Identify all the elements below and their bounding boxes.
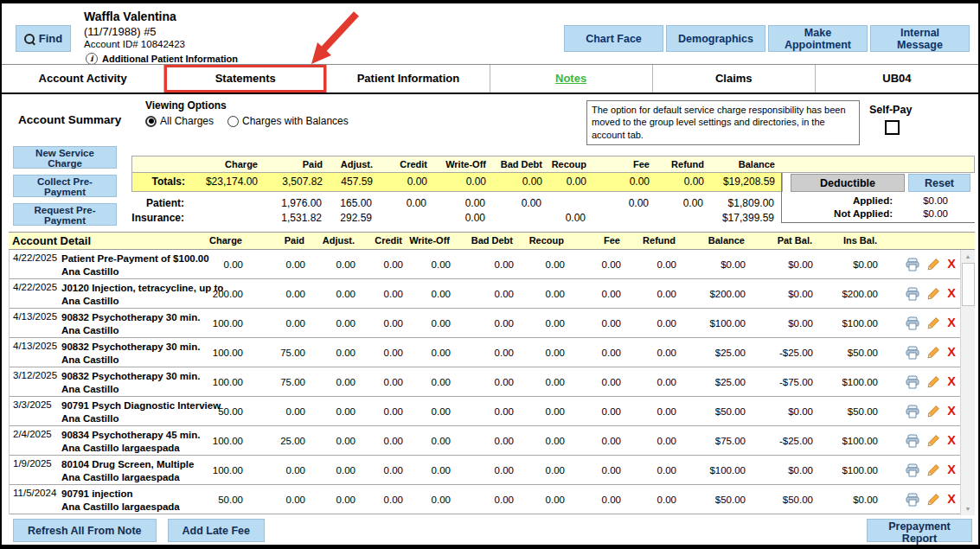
add-late-fee-button[interactable]: Add Late Fee bbox=[168, 519, 266, 542]
print-icon[interactable] bbox=[905, 287, 920, 301]
edit-pencil-icon[interactable] bbox=[927, 287, 940, 300]
print-icon[interactable] bbox=[905, 463, 920, 477]
cell-amount: 0.00 bbox=[311, 259, 361, 270]
delete-icon[interactable]: X bbox=[947, 405, 956, 418]
service-description: 80104 Drug Screen, Multiple bbox=[61, 458, 198, 471]
radio-option-all-charges[interactable]: All Charges bbox=[145, 115, 214, 127]
cell-amount: 0.00 bbox=[570, 465, 626, 476]
sum-cell: 0.00 bbox=[493, 173, 549, 191]
new-service-charge-button[interactable]: New Service Charge bbox=[13, 146, 117, 169]
provider-name: Ana Castillo largaespada bbox=[61, 442, 198, 455]
prepayment-report-button[interactable]: Prepayment Report bbox=[867, 519, 972, 542]
tab-ub04[interactable]: UB04 bbox=[816, 65, 978, 93]
delete-icon[interactable]: X bbox=[947, 316, 956, 329]
cell-date: 2/4/2025 bbox=[10, 426, 61, 455]
detail-col-refund: Refund bbox=[625, 233, 681, 249]
not-applied-value: $0.00 bbox=[893, 208, 948, 219]
delete-icon[interactable]: X bbox=[947, 258, 956, 271]
cell-amount: 0.00 bbox=[456, 289, 519, 299]
delete-icon[interactable]: X bbox=[947, 463, 956, 476]
detail-col-actions bbox=[882, 233, 960, 249]
row-actions: X bbox=[883, 279, 961, 308]
tab-account-activity[interactable]: Account Activity bbox=[2, 65, 164, 93]
delete-icon[interactable]: X bbox=[947, 375, 956, 388]
delete-icon[interactable]: X bbox=[947, 493, 956, 506]
scroll-up-arrow-icon[interactable]: ▲ bbox=[961, 250, 975, 263]
print-icon[interactable] bbox=[905, 258, 920, 271]
cell-amount: 0.00 bbox=[456, 377, 519, 387]
row-label: Totals: bbox=[132, 173, 189, 191]
sum-cell: 3,507.82 bbox=[265, 173, 330, 191]
delete-icon[interactable]: X bbox=[947, 287, 956, 300]
radio-option-charges-with-balances[interactable]: Charges with Balances bbox=[227, 115, 349, 127]
print-icon[interactable] bbox=[905, 405, 920, 418]
edit-pencil-icon[interactable] bbox=[927, 463, 940, 476]
provider-name: Ana Castillo bbox=[61, 412, 198, 425]
deductible-button[interactable]: Deductible bbox=[791, 174, 905, 192]
cell-amount: $100.00 bbox=[818, 436, 883, 446]
account-detail-header: Account DetailChargePaidAdjust.CreditWri… bbox=[9, 232, 975, 250]
cell-amount: 100.00 bbox=[198, 318, 248, 329]
cell-amount: 0.00 bbox=[248, 259, 311, 270]
print-icon[interactable] bbox=[905, 346, 920, 360]
sum-col-balance: Balance bbox=[711, 156, 782, 172]
nav-button-internal-message[interactable]: Internal Message bbox=[870, 25, 970, 52]
footer-buttons: Refresh All From NoteAdd Late Fee bbox=[13, 519, 265, 542]
print-icon[interactable] bbox=[905, 434, 920, 448]
edit-pencil-icon[interactable] bbox=[927, 434, 940, 447]
nav-button-demographics[interactable]: Demographics bbox=[666, 25, 765, 52]
find-button[interactable]: Find bbox=[16, 25, 71, 52]
cell-amount: $0.00 bbox=[682, 259, 751, 270]
sum-cell bbox=[379, 209, 433, 227]
edit-pencil-icon[interactable] bbox=[927, 375, 940, 388]
detail-col-fee: Fee bbox=[569, 233, 625, 249]
tab-notes[interactable]: Notes bbox=[490, 65, 653, 93]
edit-pencil-icon[interactable] bbox=[927, 316, 940, 329]
table-row: 3/3/202590791 Psych Diagnostic Interview… bbox=[10, 397, 960, 426]
search-icon bbox=[24, 34, 35, 44]
cell-amount: 0.00 bbox=[456, 495, 519, 505]
scroll-down-arrow-icon[interactable]: ▼ bbox=[961, 502, 975, 515]
table-row: 4/22/2025Patient Pre-Payment of $100.00A… bbox=[10, 250, 960, 279]
scrollbar[interactable]: ▲ ▼ bbox=[960, 250, 975, 515]
cell-date: 4/22/2025 bbox=[10, 279, 61, 308]
cell-amount: 0.00 bbox=[519, 495, 570, 505]
cell-amount: 0.00 bbox=[519, 259, 570, 270]
request-pre-payment-button[interactable]: Request Pre-Payment bbox=[13, 203, 117, 226]
nav-button-make-appointment[interactable]: Make Appointment bbox=[768, 25, 868, 52]
sum-col-credit: Credit bbox=[380, 156, 434, 172]
delete-icon[interactable]: X bbox=[947, 434, 956, 447]
red-arrow-annotation bbox=[294, 7, 367, 71]
print-icon[interactable] bbox=[905, 493, 920, 507]
print-icon[interactable] bbox=[905, 375, 920, 389]
edit-pencil-icon[interactable] bbox=[927, 346, 940, 359]
radio-icon bbox=[145, 116, 157, 127]
collect-pre-payment-button[interactable]: Collect Pre-Payment bbox=[13, 175, 117, 197]
edit-pencil-icon[interactable] bbox=[927, 493, 940, 506]
sum-cell: 457.59 bbox=[330, 173, 380, 191]
additional-patient-info-link[interactable]: i Additional Patient Information bbox=[86, 53, 238, 65]
cell-amount: 0.00 bbox=[248, 318, 311, 329]
delete-icon[interactable]: X bbox=[947, 346, 956, 359]
nav-button-chart-face[interactable]: Chart Face bbox=[564, 25, 663, 52]
self-pay-checkbox[interactable] bbox=[885, 120, 900, 135]
scrollbar-thumb[interactable] bbox=[962, 263, 975, 306]
patient-name: Waffla Valentina bbox=[84, 10, 176, 23]
viewing-options-label: Viewing Options bbox=[145, 99, 227, 112]
cell-description: 80104 Drug Screen, MultipleAna Castillo … bbox=[61, 456, 198, 484]
radio-label: All Charges bbox=[160, 115, 214, 127]
tab-claims[interactable]: Claims bbox=[653, 65, 816, 93]
provider-name: Ana Castillo bbox=[61, 324, 198, 337]
cell-amount: 0.00 bbox=[361, 465, 408, 476]
cell-amount: 0.00 bbox=[456, 259, 519, 270]
print-icon[interactable] bbox=[905, 316, 920, 330]
cell-date: 4/13/2025 bbox=[10, 309, 61, 337]
edit-pencil-icon[interactable] bbox=[927, 405, 940, 418]
cell-amount: 0.00 bbox=[626, 377, 682, 387]
header-nav-buttons: Chart FaceDemographicsMake AppointmentIn… bbox=[564, 25, 970, 52]
refresh-all-from-note-button[interactable]: Refresh All From Note bbox=[13, 519, 157, 542]
edit-pencil-icon[interactable] bbox=[927, 258, 940, 271]
applied-value: $0.00 bbox=[893, 195, 948, 206]
cell-amount: 0.00 bbox=[626, 289, 682, 299]
reset-button[interactable]: Reset bbox=[908, 174, 970, 192]
